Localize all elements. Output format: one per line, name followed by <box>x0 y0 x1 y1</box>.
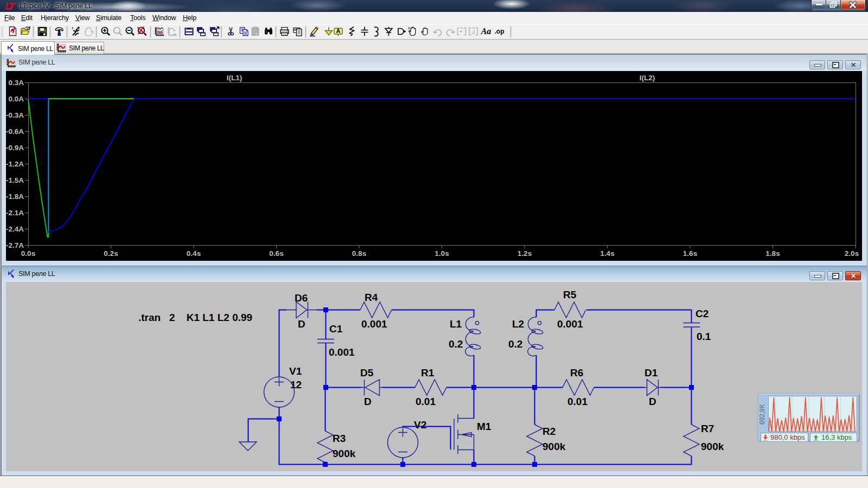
svg-text:1.8s: 1.8s <box>765 249 780 258</box>
svg-text:.tran 2 K1 L1 L2 0.99: .tran 2 K1 L1 L2 0.99 <box>138 312 252 323</box>
svg-text:0.001: 0.001 <box>557 318 583 330</box>
svg-text:0.001: 0.001 <box>361 318 387 330</box>
svg-text:R5: R5 <box>563 289 577 300</box>
svg-text:1.0s: 1.0s <box>435 249 449 258</box>
svg-text:-2.1A: -2.1A <box>6 209 24 217</box>
svg-text:Aa: Aa <box>481 27 492 36</box>
svg-text:-1.2A: -1.2A <box>6 160 24 168</box>
svg-text:A: A <box>336 28 341 34</box>
svg-text:0.2s: 0.2s <box>104 249 118 258</box>
svg-text:L1: L1 <box>450 318 462 330</box>
svg-text:0.1: 0.1 <box>697 331 711 342</box>
svg-text:C1: C1 <box>329 323 343 335</box>
svg-text:.op: .op <box>495 28 505 35</box>
svg-text:16,3 kbps: 16,3 kbps <box>821 433 852 441</box>
svg-text:R4: R4 <box>365 292 378 303</box>
svg-text:R7: R7 <box>701 423 714 434</box>
svg-text:I(L1): I(L1) <box>227 74 242 82</box>
svg-text:M1: M1 <box>477 421 492 432</box>
svg-text:1.4s: 1.4s <box>600 249 614 258</box>
svg-text:V2: V2 <box>414 419 426 431</box>
svg-text:2.0s: 2.0s <box>845 249 859 258</box>
svg-text:1.2s: 1.2s <box>518 249 532 258</box>
svg-text:L2: L2 <box>512 318 524 330</box>
svg-text:0.01: 0.01 <box>416 396 436 407</box>
svg-text:D: D <box>364 396 372 407</box>
svg-text:-2.4A: -2.4A <box>6 225 24 233</box>
svg-text:-0.9A: -0.9A <box>6 144 24 152</box>
svg-text:0.8s: 0.8s <box>352 249 366 258</box>
svg-text:R1: R1 <box>421 367 435 378</box>
svg-text:0.2: 0.2 <box>449 338 463 350</box>
svg-text:D: D <box>298 318 305 330</box>
svg-text:692,9K: 692,9K <box>758 404 766 425</box>
svg-text:R2: R2 <box>542 426 556 437</box>
svg-text:D5: D5 <box>360 367 374 378</box>
svg-text:0.6s: 0.6s <box>269 249 283 258</box>
svg-text:D1: D1 <box>644 367 658 378</box>
svg-text:900k: 900k <box>333 448 356 459</box>
svg-text:900k: 900k <box>701 441 724 452</box>
svg-text:0.3A: 0.3A <box>8 79 24 87</box>
svg-text:1.6s: 1.6s <box>683 249 697 258</box>
svg-text:R6: R6 <box>570 367 583 378</box>
svg-text:0.0A: 0.0A <box>8 95 24 103</box>
svg-text:-1.8A: -1.8A <box>6 192 24 201</box>
svg-text:0.01: 0.01 <box>567 396 588 407</box>
svg-text:900k: 900k <box>542 441 566 452</box>
svg-text:R3: R3 <box>333 433 346 444</box>
svg-text:C2: C2 <box>695 308 709 319</box>
svg-text:0.0s: 0.0s <box>21 249 35 258</box>
svg-text:-1.5A: -1.5A <box>6 176 24 184</box>
svg-text:0.001: 0.001 <box>329 346 355 358</box>
svg-text:-0.6A: -0.6A <box>6 127 24 136</box>
svg-text:D6: D6 <box>295 292 308 304</box>
svg-text:-0.3A: -0.3A <box>6 111 24 119</box>
svg-text:V1: V1 <box>289 365 302 377</box>
svg-text:D: D <box>649 396 656 407</box>
svg-text:980,0 kbps: 980,0 kbps <box>770 433 805 441</box>
svg-text:0.4s: 0.4s <box>187 249 201 258</box>
svg-text:12: 12 <box>290 379 302 390</box>
svg-text:-2.7A: -2.7A <box>6 241 24 249</box>
svg-text:0.2: 0.2 <box>508 338 522 350</box>
svg-text:I(L2): I(L2) <box>640 74 655 82</box>
